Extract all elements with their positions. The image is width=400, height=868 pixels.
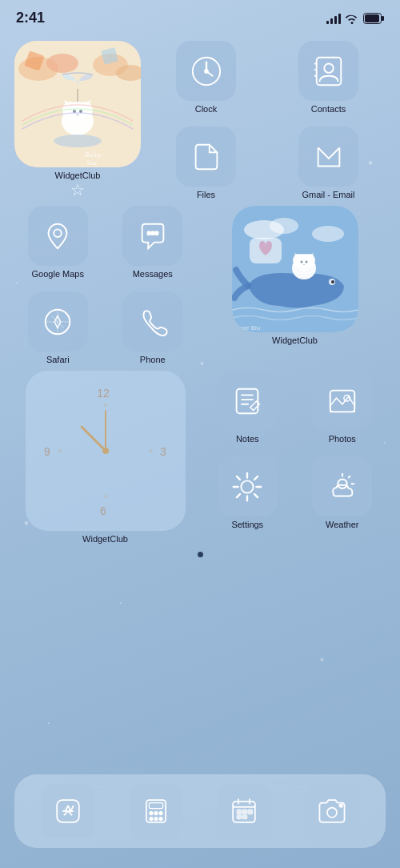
svg-rect-95 xyxy=(242,810,246,814)
svg-point-85 xyxy=(154,812,157,814)
messages-icon[interactable] xyxy=(122,206,182,266)
widgetclub-blue-wrapper: oer Blu WidgetClub xyxy=(204,206,386,345)
clock-widget-wrapper: 12 3 6 9 WidgetClub xyxy=(14,371,196,544)
calculator-dock-icon[interactable] xyxy=(129,784,183,838)
analog-clock-svg: 12 3 6 9 xyxy=(38,383,174,519)
gmail-app-wrapper: Gmail - Email xyxy=(271,127,386,199)
page-dot-1 xyxy=(198,552,203,557)
files-app-icon[interactable] xyxy=(176,127,236,187)
svg-text:9: 9 xyxy=(44,445,50,458)
gmail-app-icon[interactable] xyxy=(298,127,358,187)
svg-text:oer Blu: oer Blu xyxy=(240,324,260,332)
svg-line-78 xyxy=(66,806,68,811)
svg-point-88 xyxy=(154,818,157,820)
notes-label: Notes xyxy=(236,434,259,444)
svg-rect-94 xyxy=(237,810,241,814)
files-icon xyxy=(190,140,223,174)
svg-rect-83 xyxy=(149,803,162,809)
settings-label: Settings xyxy=(231,520,263,529)
svg-point-61 xyxy=(104,404,107,407)
svg-point-99 xyxy=(327,808,337,818)
svg-point-32 xyxy=(147,231,150,235)
settings-app-icon[interactable] xyxy=(218,456,278,516)
phone-label: Phone xyxy=(140,355,166,364)
snowflake: • xyxy=(48,721,50,725)
svg-rect-97 xyxy=(237,815,241,818)
phone-svg-icon xyxy=(136,305,170,339)
row3: 12 3 6 9 WidgetClub xyxy=(14,371,386,544)
clock-app-icon[interactable] xyxy=(176,41,236,101)
svg-point-62 xyxy=(104,495,107,498)
notes-app-icon[interactable] xyxy=(218,371,278,431)
photos-app-icon[interactable] xyxy=(312,371,372,431)
widgetclub-blue-icon[interactable]: oer Blu xyxy=(232,206,358,332)
photos-wrapper: Photos xyxy=(299,371,386,444)
svg-point-64 xyxy=(150,449,153,452)
svg-point-87 xyxy=(150,818,152,820)
safari-svg-icon xyxy=(41,305,74,339)
camera-dock-icon[interactable] xyxy=(305,784,359,838)
widgetclub-blue-label: WidgetClub xyxy=(272,336,318,345)
svg-point-46 xyxy=(331,280,334,283)
svg-point-34 xyxy=(155,231,158,235)
svg-point-42 xyxy=(270,218,298,234)
svg-point-43 xyxy=(312,226,344,242)
svg-point-84 xyxy=(150,812,152,814)
svg-point-72 xyxy=(242,480,254,492)
safari-icon[interactable] xyxy=(28,291,88,352)
row2: Google Maps Messages xyxy=(14,206,386,364)
svg-text:12: 12 xyxy=(97,387,110,400)
star-badge: ☆ xyxy=(70,180,85,199)
svg-point-63 xyxy=(58,449,62,452)
appstore-dock-icon[interactable] xyxy=(41,784,95,838)
photos-label: Photos xyxy=(329,434,356,444)
svg-point-19 xyxy=(54,135,102,147)
svg-point-100 xyxy=(340,804,342,806)
clock-widget-icon[interactable]: 12 3 6 9 xyxy=(26,371,186,531)
widgetclub-large-icon[interactable]: Rainy Sea xyxy=(14,41,141,167)
messages-svg-icon xyxy=(136,219,170,253)
svg-rect-1 xyxy=(382,16,384,21)
files-app-wrapper: Files xyxy=(149,127,263,199)
page-dots xyxy=(14,552,386,557)
clock-app-wrapper: Clock xyxy=(149,41,263,114)
weather-label: Weather xyxy=(326,520,358,529)
svg-point-31 xyxy=(54,229,62,237)
svg-point-33 xyxy=(151,231,154,235)
settings-wrapper: Settings xyxy=(204,456,291,529)
svg-point-53 xyxy=(300,261,302,263)
camera-icon xyxy=(317,796,347,826)
gmail-app-label: Gmail - Email xyxy=(302,190,354,199)
widgetclub-art-svg: Rainy Sea xyxy=(14,41,141,167)
svg-text:Sea: Sea xyxy=(86,159,97,167)
gmail-icon xyxy=(312,140,346,174)
google-maps-label: Google Maps xyxy=(32,269,84,279)
home-screen: Rainy Sea WidgetClub ☆ xyxy=(0,33,400,577)
calculator-icon xyxy=(141,796,171,826)
battery-icon xyxy=(363,13,384,24)
contacts-app-label: Contacts xyxy=(311,104,346,114)
status-icons xyxy=(326,13,384,24)
google-maps-icon[interactable] xyxy=(28,206,88,266)
clock-icon xyxy=(190,54,223,88)
svg-point-54 xyxy=(305,261,307,263)
contacts-app-wrapper: Contacts xyxy=(271,41,386,114)
svg-line-75 xyxy=(348,476,350,477)
phone-icon[interactable] xyxy=(122,291,182,352)
safari-label: Safari xyxy=(46,355,70,364)
google-maps-wrapper: Google Maps xyxy=(14,206,102,279)
contacts-app-icon[interactable] xyxy=(298,41,358,101)
phone-wrapper: Phone xyxy=(110,291,197,364)
widgetclub-blue-art: oer Blu xyxy=(232,206,358,332)
svg-point-86 xyxy=(159,812,162,814)
messages-label: Messages xyxy=(133,269,173,279)
notes-icon xyxy=(230,384,264,418)
weather-wrapper: Weather xyxy=(299,456,386,529)
calendar-dock-icon[interactable] xyxy=(217,784,271,838)
svg-rect-96 xyxy=(248,810,252,814)
signal-icon xyxy=(326,13,341,24)
weather-app-icon[interactable] xyxy=(312,456,372,516)
calendar-icon xyxy=(229,796,259,826)
svg-text:3: 3 xyxy=(160,445,166,458)
messages-wrapper: Messages xyxy=(110,206,197,279)
